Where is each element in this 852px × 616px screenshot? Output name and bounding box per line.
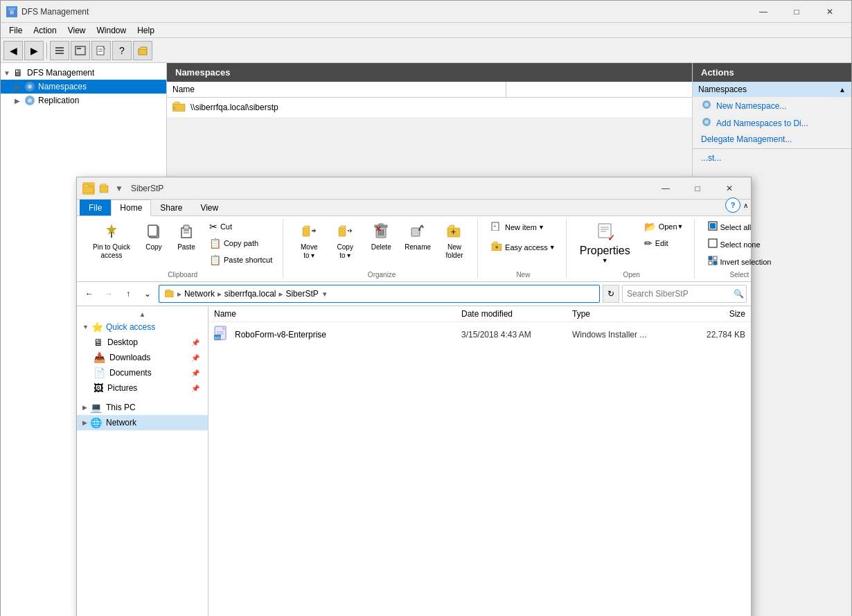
dfs-menu-view[interactable]: View — [62, 24, 91, 37]
copy-to-button[interactable]: Copyto ▾ — [328, 219, 362, 263]
recent-button[interactable]: ⌄ — [139, 285, 156, 302]
col-header-type[interactable]: Type — [572, 309, 676, 319]
dfs-help-button[interactable]: ? — [112, 41, 132, 60]
nav-downloads[interactable]: 📥 Downloads 📌 — [77, 350, 208, 365]
rename-button[interactable]: Rename — [400, 219, 436, 255]
tab-home[interactable]: Home — [111, 200, 151, 216]
col-header-size[interactable]: Size — [676, 309, 745, 319]
open-button[interactable]: 📂 Open ▼ — [639, 219, 689, 234]
dfs-namespace-row[interactable]: \\ \\siberrfqa.local\siberstp — [167, 98, 692, 117]
dfs-menu-action[interactable]: Action — [28, 24, 62, 37]
action-delegate-label: Delegate Management... — [701, 134, 792, 144]
addr-domain[interactable]: siberrfqa.local — [224, 289, 276, 299]
select-group-label: Select — [730, 270, 749, 279]
nav-this-pc[interactable]: ▶ 💻 This PC — [77, 400, 208, 415]
quick-icon-1[interactable] — [98, 182, 110, 195]
nav-network[interactable]: ▶ 🌐 Network — [77, 415, 208, 430]
search-box[interactable]: 🔍 — [622, 285, 747, 303]
dfs-minimize-button[interactable]: ― — [747, 1, 779, 23]
svg-text:★: ★ — [495, 245, 499, 249]
back-button[interactable]: ← — [81, 285, 98, 302]
action-more[interactable]: ...st... — [693, 150, 851, 166]
select-none-label: Select none — [720, 240, 761, 249]
ribbon-collapse-button[interactable]: ∧ — [743, 202, 748, 209]
col-header-name[interactable]: Name — [214, 309, 461, 319]
dfs-new-button[interactable] — [91, 41, 111, 60]
svg-text:+: + — [493, 223, 497, 229]
up-button[interactable]: ↑ — [120, 285, 136, 302]
delete-icon: ✕ — [373, 222, 389, 242]
cut-button[interactable]: ✂ Cut — [204, 219, 277, 234]
dfs-close-button[interactable]: ✕ — [814, 1, 846, 23]
svg-rect-7 — [77, 48, 81, 49]
ribbon-help-button[interactable]: ? — [725, 197, 740, 213]
refresh-button[interactable]: ↻ — [603, 285, 619, 303]
action-new-namespace[interactable]: New Namespace... — [693, 97, 851, 114]
copy-path-button[interactable]: 📋 Copy path — [204, 236, 277, 251]
address-dropdown[interactable]: ▼ — [321, 290, 328, 298]
addr-current[interactable]: SiberStP — [285, 289, 318, 299]
tab-view[interactable]: View — [191, 200, 227, 215]
select-all-button[interactable]: Select all — [703, 219, 776, 235]
move-to-button[interactable]: Moveto ▾ — [292, 219, 326, 263]
dfs-back-button[interactable]: ◀ — [3, 41, 23, 60]
dfs-col-name[interactable]: Name — [167, 82, 506, 97]
easy-access-button[interactable]: ★ Easy access ▼ — [486, 239, 560, 255]
address-box[interactable]: ► Network ► siberrfqa.local ► SiberStP ▼ — [159, 285, 600, 303]
explorer-close-button[interactable]: ✕ — [713, 177, 745, 200]
properties-button[interactable]: ✓ Properties ▼ — [575, 219, 635, 267]
invert-selection-button[interactable]: Invert selection — [703, 254, 776, 270]
explorer-minimize-button[interactable]: ― — [650, 177, 682, 200]
actions-subheader: Namespaces ▲ — [693, 82, 851, 97]
tab-file[interactable]: File — [80, 200, 111, 215]
quick-icon-2[interactable]: ▼ — [113, 182, 125, 195]
action-new-namespace-label: New Namespace... — [716, 101, 786, 111]
svg-rect-1 — [8, 8, 15, 10]
quick-access-header[interactable]: ▼ ⭐ Quick access — [77, 319, 208, 335]
delete-button[interactable]: ✕ Delete — [364, 219, 398, 255]
dfs-tree-item-namespaces[interactable]: ▶ Namespaces — [1, 80, 166, 94]
forward-button[interactable]: → — [100, 285, 117, 302]
new-group-label: New — [516, 270, 530, 279]
ribbon-group-new: + New item ▼ ★ — [481, 219, 567, 279]
dfs-tree-item-root[interactable]: ▼ 🖥 DFS Management — [1, 66, 166, 80]
edit-button[interactable]: ✏ Edit — [639, 236, 689, 251]
address-breadcrumb: ► Network ► siberrfqa.local ► SiberStP — [165, 288, 319, 299]
dfs-maximize-button[interactable]: □ — [781, 1, 813, 23]
nav-desktop[interactable]: 🖥 Desktop 📌 — [77, 335, 208, 350]
dfs-tree-button[interactable] — [50, 41, 69, 60]
col-header-date[interactable]: Date modified — [461, 309, 572, 319]
search-input[interactable] — [627, 289, 731, 299]
svg-rect-64 — [713, 256, 717, 260]
tab-share[interactable]: Share — [151, 200, 191, 215]
dfs-console-button[interactable] — [71, 41, 90, 60]
dfs-menu-file[interactable]: File — [3, 24, 28, 37]
pin-to-quick-button[interactable]: Pin to Quickaccess — [88, 219, 135, 263]
copy-button[interactable]: Copy — [136, 219, 171, 255]
explorer-ribbon: File Home Share View ? ∧ — [77, 200, 751, 282]
table-row[interactable]: MSI RoboForm-v8-Enterprise 3/15/2018 4:4… — [208, 322, 751, 346]
dfs-tree-item-replication[interactable]: ▶ Replication — [1, 94, 166, 107]
nav-pictures[interactable]: 🖼 Pictures 📌 — [77, 380, 208, 396]
paste-button[interactable]: Paste — [172, 219, 200, 255]
explorer-maximize-button[interactable]: □ — [682, 177, 713, 200]
new-folder-button[interactable]: + Newfolder — [437, 219, 472, 263]
scroll-indicator[interactable]: ▲ — [77, 309, 208, 319]
svg-rect-62 — [710, 240, 716, 246]
select-none-button[interactable]: Select none — [703, 236, 776, 252]
dfs-menu-window[interactable]: Window — [91, 24, 132, 37]
tab-share-label: Share — [160, 203, 182, 213]
dfs-titlebar: DFS Management ― □ ✕ — [1, 1, 851, 23]
svg-rect-23 — [82, 186, 94, 193]
action-add-namespaces[interactable]: Add Namespaces to Di... — [693, 114, 851, 132]
svg-rect-35 — [339, 228, 346, 236]
new-item-button[interactable]: + New item ▼ — [486, 219, 549, 235]
nav-documents[interactable]: 📄 Documents 📌 — [77, 365, 208, 380]
dfs-menu-help[interactable]: Help — [132, 24, 160, 37]
addr-network[interactable]: Network — [184, 289, 215, 299]
explorer-file-pane: Name Date modified Type Size MSI — [208, 306, 751, 616]
dfs-open-button[interactable] — [133, 41, 152, 60]
paste-shortcut-button[interactable]: 📋 Paste shortcut — [204, 252, 277, 267]
dfs-forward-button[interactable]: ▶ — [24, 41, 44, 60]
action-delegate-management[interactable]: Delegate Management... — [693, 132, 851, 147]
